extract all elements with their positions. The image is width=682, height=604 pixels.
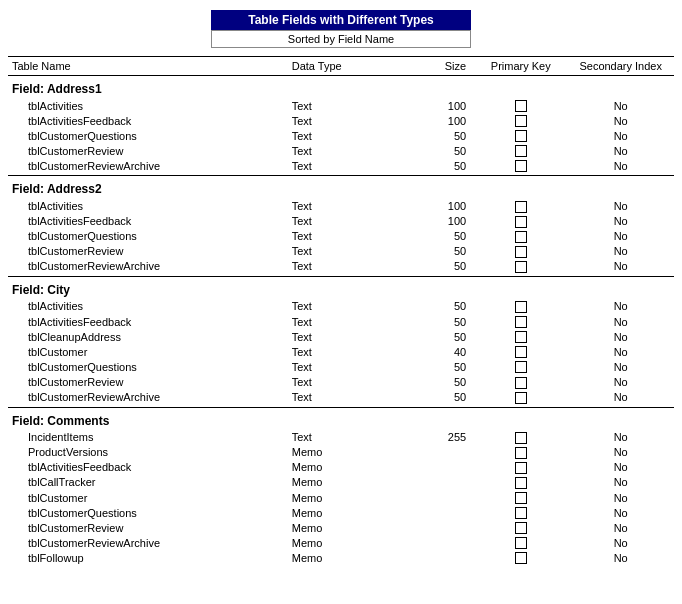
field-group-header: Field: Address1 bbox=[8, 76, 674, 99]
cell-table-name: tblActivitiesFeedback bbox=[8, 214, 288, 229]
cell-data-type: Text bbox=[288, 259, 421, 277]
cell-primary-key bbox=[474, 460, 567, 475]
cell-data-type: Text bbox=[288, 314, 421, 329]
field-group-header: Field: Address2 bbox=[8, 176, 674, 199]
cell-data-type: Text bbox=[288, 113, 421, 128]
cell-primary-key bbox=[474, 198, 567, 213]
table-row: tblActivitiesFeedbackText100No bbox=[8, 214, 674, 229]
cell-primary-key bbox=[474, 445, 567, 460]
checkbox-icon bbox=[515, 552, 527, 564]
cell-secondary-index: No bbox=[567, 344, 674, 359]
cell-secondary-index: No bbox=[567, 229, 674, 244]
cell-size: 100 bbox=[421, 98, 474, 113]
cell-table-name: tblFollowup bbox=[8, 550, 288, 567]
cell-secondary-index: No bbox=[567, 198, 674, 213]
cell-data-type: Memo bbox=[288, 520, 421, 535]
col-secondary-index: Secondary Index bbox=[567, 57, 674, 76]
cell-size: 50 bbox=[421, 314, 474, 329]
cell-secondary-index: No bbox=[567, 158, 674, 176]
cell-table-name: tblCustomerReview bbox=[8, 374, 288, 389]
cell-table-name: tblCustomerQuestions bbox=[8, 505, 288, 520]
cell-primary-key bbox=[474, 490, 567, 505]
cell-secondary-index: No bbox=[567, 505, 674, 520]
cell-secondary-index: No bbox=[567, 490, 674, 505]
cell-size bbox=[421, 505, 474, 520]
cell-secondary-index: No bbox=[567, 430, 674, 445]
field-label: Field: Comments bbox=[8, 407, 674, 430]
table-row: tblCustomerMemoNo bbox=[8, 490, 674, 505]
cell-data-type: Text bbox=[288, 299, 421, 314]
checkbox-icon bbox=[515, 216, 527, 228]
cell-secondary-index: No bbox=[567, 550, 674, 567]
cell-primary-key bbox=[474, 374, 567, 389]
checkbox-icon bbox=[515, 537, 527, 549]
cell-table-name: tblCustomerReview bbox=[8, 520, 288, 535]
cell-data-type: Text bbox=[288, 128, 421, 143]
cell-data-type: Text bbox=[288, 229, 421, 244]
cell-size bbox=[421, 520, 474, 535]
cell-data-type: Text bbox=[288, 329, 421, 344]
checkbox-icon bbox=[515, 507, 527, 519]
table-row: tblCustomerText40No bbox=[8, 344, 674, 359]
field-label: Field: City bbox=[8, 276, 674, 299]
cell-secondary-index: No bbox=[567, 445, 674, 460]
table-row: tblCustomerReviewText50No bbox=[8, 244, 674, 259]
cell-primary-key bbox=[474, 475, 567, 490]
cell-data-type: Text bbox=[288, 143, 421, 158]
col-data-type: Data Type bbox=[288, 57, 421, 76]
cell-data-type: Memo bbox=[288, 475, 421, 490]
cell-secondary-index: No bbox=[567, 329, 674, 344]
cell-data-type: Text bbox=[288, 244, 421, 259]
cell-secondary-index: No bbox=[567, 113, 674, 128]
cell-size: 50 bbox=[421, 143, 474, 158]
cell-data-type: Memo bbox=[288, 490, 421, 505]
cell-data-type: Text bbox=[288, 98, 421, 113]
table-row: tblCustomerQuestionsText50No bbox=[8, 359, 674, 374]
cell-size: 100 bbox=[421, 198, 474, 213]
table-container: Table Name Data Type Size Primary Key Se… bbox=[0, 56, 682, 567]
table-row: tblCustomerReviewArchiveMemoNo bbox=[8, 535, 674, 550]
cell-size bbox=[421, 550, 474, 567]
cell-primary-key bbox=[474, 520, 567, 535]
checkbox-icon bbox=[515, 231, 527, 243]
checkbox-icon bbox=[515, 392, 527, 404]
table-row: tblCustomerQuestionsText50No bbox=[8, 229, 674, 244]
report-header: Table Fields with Different Types Sorted… bbox=[0, 0, 682, 56]
cell-primary-key bbox=[474, 329, 567, 344]
cell-primary-key bbox=[474, 259, 567, 277]
table-row: tblCustomerQuestionsMemoNo bbox=[8, 505, 674, 520]
table-row: ProductVersionsMemoNo bbox=[8, 445, 674, 460]
cell-secondary-index: No bbox=[567, 214, 674, 229]
col-primary-key: Primary Key bbox=[474, 57, 567, 76]
cell-size: 50 bbox=[421, 390, 474, 408]
cell-secondary-index: No bbox=[567, 359, 674, 374]
cell-secondary-index: No bbox=[567, 520, 674, 535]
cell-secondary-index: No bbox=[567, 128, 674, 143]
cell-size: 50 bbox=[421, 259, 474, 277]
field-label: Field: Address1 bbox=[8, 76, 674, 99]
cell-size bbox=[421, 475, 474, 490]
checkbox-icon bbox=[515, 377, 527, 389]
cell-primary-key bbox=[474, 390, 567, 408]
cell-size: 50 bbox=[421, 244, 474, 259]
checkbox-icon bbox=[515, 145, 527, 157]
cell-data-type: Text bbox=[288, 198, 421, 213]
cell-primary-key bbox=[474, 214, 567, 229]
cell-secondary-index: No bbox=[567, 460, 674, 475]
cell-secondary-index: No bbox=[567, 475, 674, 490]
cell-secondary-index: No bbox=[567, 244, 674, 259]
cell-table-name: tblActivitiesFeedback bbox=[8, 113, 288, 128]
cell-size bbox=[421, 490, 474, 505]
cell-data-type: Text bbox=[288, 374, 421, 389]
checkbox-icon bbox=[515, 160, 527, 172]
cell-table-name: tblCustomerReviewArchive bbox=[8, 390, 288, 408]
cell-secondary-index: No bbox=[567, 535, 674, 550]
cell-primary-key bbox=[474, 113, 567, 128]
cell-table-name: tblCustomerQuestions bbox=[8, 229, 288, 244]
table-row: tblFollowupMemoNo bbox=[8, 550, 674, 567]
table-row: tblActivitiesText100No bbox=[8, 98, 674, 113]
cell-size: 50 bbox=[421, 158, 474, 176]
checkbox-icon bbox=[515, 477, 527, 489]
cell-primary-key bbox=[474, 505, 567, 520]
cell-table-name: tblActivities bbox=[8, 98, 288, 113]
